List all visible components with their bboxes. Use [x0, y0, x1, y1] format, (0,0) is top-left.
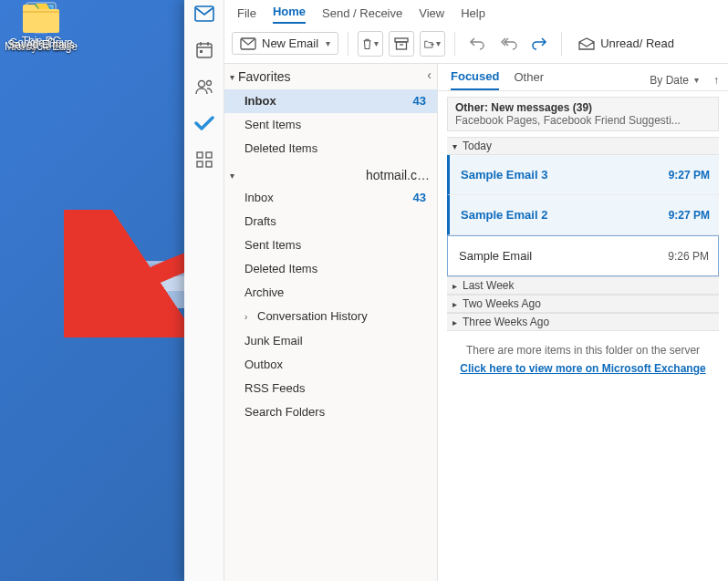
favorites-header[interactable]: ▾Favorites [224, 64, 437, 89]
mail-time: 9:27 PM [669, 209, 710, 222]
outlook-window: File Home Send / Receive View Help New E… [184, 0, 728, 581]
svg-point-11 [198, 81, 204, 88]
folder-outbox[interactable]: Outbox [224, 353, 437, 377]
folder-count: 43 [413, 93, 426, 109]
reply-all-button[interactable] [495, 31, 521, 57]
collapse-pane-icon[interactable]: ‹ [427, 67, 432, 82]
more-items-text: There are more items in this folder on t… [438, 344, 728, 357]
folder-label: Inbox [244, 190, 274, 206]
account-header[interactable]: ▾ hotmail.c… [224, 161, 437, 186]
folder-archive[interactable]: Archive [224, 281, 437, 305]
group-label: Three Weeks Ago [463, 316, 549, 328]
chevron-down-icon: ▾ [694, 75, 699, 85]
mail-icon[interactable] [194, 4, 214, 24]
menu-home[interactable]: Home [273, 5, 306, 24]
group-label: Today [463, 140, 492, 152]
folder-pane: ‹ ▾Favorites Inbox43 Sent Items Deleted … [224, 64, 438, 581]
mail-time: 9:27 PM [669, 169, 710, 182]
folder-label: Search Folders [244, 404, 325, 420]
app-rail [184, 0, 224, 581]
delete-button[interactable]: ▾ [358, 31, 383, 57]
folder-label: Outbox [244, 357, 283, 373]
other-subtitle: Facebook Pages, Facebook Friend Suggesti… [455, 114, 711, 127]
mail-subject: Sample Email 3 [461, 168, 547, 182]
menu-send-receive[interactable]: Send / Receive [322, 6, 402, 24]
sort-by-date[interactable]: By Date ▾ [650, 74, 699, 87]
desktop: This PC Recycle Bin Microsoft Edge Googl… [0, 0, 184, 581]
chevron-down-icon: ▾ [326, 38, 330, 48]
unread-read-button[interactable]: Unread/ Read [571, 33, 681, 54]
svg-rect-15 [197, 161, 203, 167]
group-three-weeks[interactable]: ▸Three Weeks Ago [447, 313, 719, 331]
folder-search-folders[interactable]: Search Folders [224, 400, 437, 424]
group-today[interactable]: ▾Today [447, 137, 719, 155]
folder-junk[interactable]: Junk Email [224, 329, 437, 353]
mail-subject: Sample Email 2 [461, 208, 547, 222]
folder-deleted-items[interactable]: Deleted Items [224, 137, 437, 161]
sort-label: By Date [650, 74, 689, 87]
desktop-icon-saved-emails[interactable]: Saved Emails [0, 0, 82, 51]
folder-label: Sent Items [244, 117, 301, 133]
svg-rect-10 [200, 50, 203, 53]
folder-conversation-history[interactable]: ›Conversation History [224, 305, 437, 329]
outlook-main: File Home Send / Receive View Help New E… [224, 0, 728, 581]
svg-rect-13 [197, 152, 203, 158]
folder-label: Conversation History [257, 309, 368, 323]
folder-label: Deleted Items [244, 140, 317, 157]
message-pane: Focused Other By Date ▾ ↑ Other: New mes… [438, 64, 728, 581]
view-more-link[interactable]: Click here to view more on Microsoft Exc… [438, 362, 728, 375]
more-apps-icon[interactable] [194, 150, 214, 170]
mail-time: 9:26 PM [668, 250, 709, 263]
tab-other[interactable]: Other [514, 70, 544, 89]
todo-icon[interactable] [194, 113, 214, 133]
account-label: hotmail.c… [234, 168, 430, 182]
other-title: Other: New messages (39) [455, 101, 711, 114]
mail-item[interactable]: Sample Email 3 9:27 PM [447, 155, 719, 195]
archive-button[interactable] [389, 31, 414, 57]
calendar-icon[interactable] [194, 40, 214, 60]
svg-rect-14 [206, 152, 212, 158]
folder-sent-items[interactable]: Sent Items [224, 113, 437, 137]
forward-button[interactable] [526, 31, 552, 57]
other-new-messages-banner[interactable]: Other: New messages (39) Facebook Pages,… [447, 97, 719, 131]
folder-icon [20, 0, 62, 35]
menubar: File Home Send / Receive View Help [224, 0, 728, 24]
folder-label: Drafts [244, 213, 276, 230]
envelope-open-icon [578, 37, 595, 50]
group-two-weeks[interactable]: ▸Two Weeks Ago [447, 295, 719, 313]
favorites-label: Favorites [238, 69, 291, 84]
move-button[interactable]: ▾ [420, 31, 445, 57]
svg-point-12 [206, 81, 211, 86]
view-more-label: Click here to view more on Microsoft Exc… [460, 362, 705, 375]
folder-sent-acct[interactable]: Sent Items [224, 233, 437, 257]
new-email-label: New Email [262, 36, 318, 50]
svg-rect-19 [397, 42, 407, 49]
mail-subject: Sample Email [459, 249, 532, 263]
folder-label: Inbox [244, 93, 276, 109]
new-email-button[interactable]: New Email ▾ [232, 32, 338, 55]
mail-item[interactable]: Sample Email 2 9:27 PM [447, 195, 719, 235]
menu-file[interactable]: File [237, 6, 256, 24]
folder-label: Junk Email [244, 333, 303, 349]
folder-label: RSS Feeds [244, 380, 305, 397]
sort-ascending-icon[interactable]: ↑ [713, 74, 719, 87]
toolbar: New Email ▾ ▾ ▾ Unread/ Read [224, 24, 728, 64]
folder-deleted-acct[interactable]: Deleted Items [224, 257, 437, 281]
folder-label: Sent Items [244, 237, 301, 254]
folder-inbox[interactable]: Inbox43 [224, 89, 437, 113]
group-last-week[interactable]: ▸Last Week [447, 276, 719, 295]
folder-drafts[interactable]: Drafts [224, 210, 437, 233]
folder-rss[interactable]: RSS Feeds [224, 377, 437, 400]
undo-button[interactable] [464, 31, 490, 57]
mail-item[interactable]: Sample Email 9:26 PM [447, 235, 719, 276]
folder-label: Deleted Items [244, 261, 317, 277]
group-label: Two Weeks Ago [463, 297, 541, 310]
tab-focused[interactable]: Focused [451, 69, 499, 90]
folder-label: Archive [244, 285, 284, 301]
message-tabs: Focused Other By Date ▾ ↑ [438, 64, 728, 91]
menu-view[interactable]: View [419, 6, 444, 24]
people-icon[interactable] [194, 77, 214, 97]
folder-inbox-acct[interactable]: Inbox43 [224, 186, 437, 210]
envelope-plus-icon [240, 37, 256, 50]
menu-help[interactable]: Help [461, 6, 485, 24]
